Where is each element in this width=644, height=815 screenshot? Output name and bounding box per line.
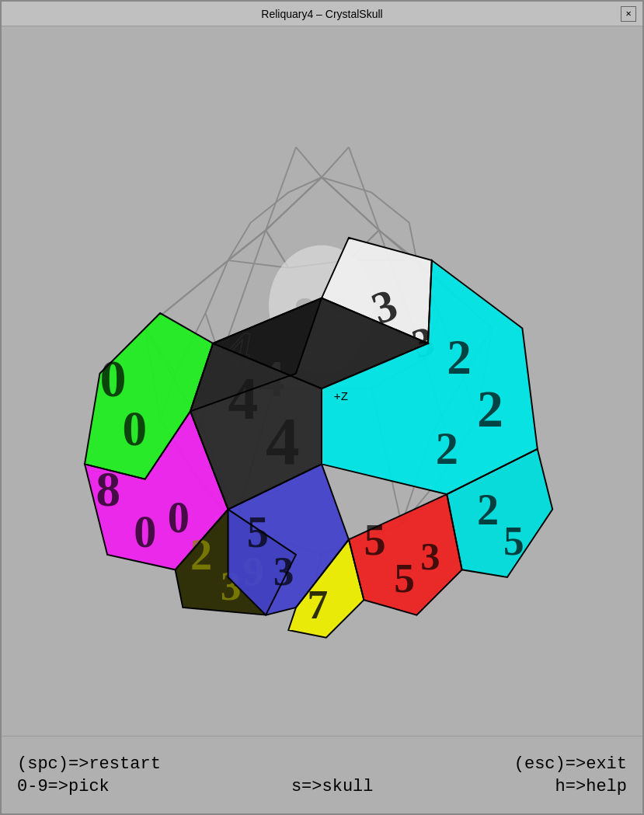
bottom-row-2: 0-9=>pick s=>skull h=>help [17,777,627,796]
svg-text:0: 0 [168,493,190,542]
restart-cmd: (spc)=>restart [17,754,161,774]
pick-cmd: 0-9=>pick [17,777,110,796]
svg-text:2: 2 [436,423,458,474]
svg-text:3: 3 [273,548,294,594]
title-bar: Reliquary4 – CrystalSkull ✕ [2,2,642,26]
svg-text:4: 4 [228,365,259,432]
skull-cmd: s=>skull [291,777,374,796]
svg-text:2: 2 [477,379,503,438]
svg-text:2: 2 [190,531,212,579]
svg-text:+Z: +Z [334,390,349,404]
svg-text:0: 0 [99,349,126,408]
svg-text:0: 0 [123,402,148,456]
bottom-row-1: (spc)=>restart (esc)=>exit [17,754,627,774]
svg-text:0: 0 [134,507,156,557]
window-title: Reliquary4 – CrystalSkull [23,8,621,20]
svg-text:4: 4 [266,403,300,479]
svg-text:5: 5 [364,516,385,564]
game-content: Move the skull into the center of its cu… [2,26,642,736]
svg-text:5: 5 [394,555,415,601]
application-window: Reliquary4 – CrystalSkull ✕ Move the sku… [0,0,644,815]
help-cmd: h=>help [555,777,627,796]
svg-text:2: 2 [447,330,472,385]
svg-text:3: 3 [420,535,440,578]
svg-text:2: 2 [477,486,499,534]
svg-text:5: 5 [247,508,269,556]
bottom-bar: (spc)=>restart (esc)=>exit 0-9=>pick s=>… [2,736,642,813]
close-button[interactable]: ✕ [621,6,636,22]
game-scene: 3 3 4 4 4 4 2 2 2 0 0 8 [2,26,642,736]
exit-cmd: (esc)=>exit [514,754,627,774]
